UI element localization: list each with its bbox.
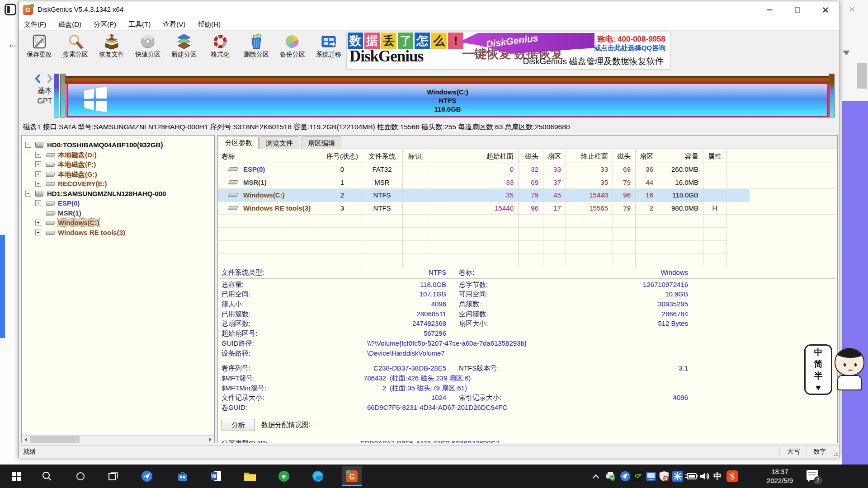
diskgenius-taskbar-button[interactable]: G (342, 466, 362, 486)
collapse-icon[interactable]: − (25, 142, 31, 148)
ime-language-indicator[interactable]: 中 (712, 470, 723, 482)
minimize-button[interactable] (755, 1, 783, 19)
printer-ok-icon[interactable] (605, 470, 617, 482)
tree-item-esp[interactable]: + ESP(0) (22, 198, 214, 208)
tree-item-msr[interactable]: MSR(1) (22, 208, 214, 218)
partition-block-re-tools[interactable] (829, 74, 835, 117)
search-partition-button[interactable]: 搜索分区 (57, 33, 94, 68)
recover-files-button[interactable]: 恢复文件 (94, 33, 130, 68)
tab-partition-params[interactable]: 分区参数 (219, 136, 259, 149)
save-changes-button[interactable]: 保存更改 (21, 33, 57, 68)
green-e-app-button[interactable]: e (274, 466, 294, 486)
defender-alert-icon[interactable] (658, 470, 670, 482)
details-separator (220, 359, 835, 359)
menu-disk[interactable]: 磁盘(D) (58, 20, 81, 29)
expand-icon[interactable]: + (35, 171, 41, 177)
tree-item-recovery-e[interactable]: + RECOVERY(E:) (22, 179, 214, 189)
new-partition-button[interactable]: 新建分区 (166, 33, 202, 68)
ime-halfwidth-label[interactable]: 半 (814, 370, 823, 381)
maximize-button[interactable] (783, 1, 811, 19)
cortana-icon (75, 471, 85, 481)
expand-icon[interactable]: + (35, 152, 41, 158)
edge-button[interactable] (308, 466, 328, 486)
scroll-right-icon[interactable] (207, 436, 214, 443)
tree-horizontal-scrollbar[interactable] (22, 435, 214, 443)
menu-help[interactable]: 帮助(H) (198, 20, 221, 29)
next-disk-arrow-icon[interactable] (47, 74, 53, 85)
partition-block-esp[interactable] (54, 74, 59, 117)
table-row-esp[interactable]: ESP(0) 0 FAT32 0 32 33 33 69 36 260.0MB (218, 163, 837, 176)
expand-icon[interactable]: + (35, 161, 41, 167)
expand-icon[interactable]: + (35, 230, 41, 235)
ime-lang-label[interactable]: 中 (814, 347, 823, 358)
menu-partition[interactable]: 分区(P) (94, 20, 116, 29)
tray-expand-icon[interactable] (590, 470, 601, 482)
partition-icon (46, 163, 56, 167)
partition-block-windows-c[interactable]: Windows(C:) NTFS 118.0GB (66, 83, 829, 117)
toolbar: 保存更改 搜索分区 恢复文件 快速分区 新建分区 格式化 删除分区 备份分区 (19, 31, 840, 70)
prev-disk-arrow-icon[interactable] (35, 74, 41, 85)
quick-partition-button[interactable]: 快速分区 (130, 33, 166, 68)
tab-sector-edit[interactable]: 扇区编辑 (302, 136, 341, 149)
taskbar-clock[interactable]: 18:37 2022/5/9 (760, 467, 800, 485)
resize-grip[interactable] (833, 451, 839, 457)
new-partition-icon (176, 33, 192, 50)
notification-center-button[interactable]: 2 (807, 470, 819, 482)
scrollbar-thumb[interactable] (30, 436, 80, 443)
menu-tools[interactable]: 工具(T) (128, 20, 151, 29)
delete-partition-button[interactable]: 删除分区 (238, 33, 274, 68)
ime-simplified-label[interactable]: 简 (814, 358, 823, 370)
bird-app-icon[interactable] (619, 470, 631, 482)
file-explorer-button[interactable] (240, 466, 260, 486)
menu-file[interactable]: 文件(F) (24, 20, 46, 29)
tree-item-windows-re[interactable]: + Windows RE tools(3) (22, 228, 214, 238)
system-migrate-button[interactable]: 系统迁移 (311, 33, 347, 68)
close-button[interactable] (811, 1, 840, 19)
scroll-left-icon[interactable] (22, 436, 29, 443)
expand-icon[interactable]: + (35, 200, 41, 206)
battery-icon[interactable] (685, 470, 698, 482)
format-button[interactable]: 格式化 (202, 33, 238, 68)
collapse-icon[interactable]: − (25, 191, 31, 197)
tree-item-local-g[interactable]: + 本地磁盘(G:) (22, 169, 214, 179)
messenger-app-button[interactable] (137, 466, 157, 486)
tree-item-hd0[interactable]: − HD0:TOSHIBAMQ04ABF100(932GB) (22, 140, 214, 150)
table-row-windows-c[interactable]: Windows(C:) 2 NTFS 35 79 45 15440 96 16 … (218, 189, 750, 202)
ad-banner[interactable]: 数 据 丢 了 怎 么 ! 一键恢复 数据恢复 DiskGenius DiskG… (346, 32, 670, 70)
tree-item-local-d[interactable]: + 本地磁盘(D:) (22, 150, 214, 160)
cortana-button[interactable] (71, 466, 90, 486)
start-button[interactable] (7, 466, 27, 486)
partition-block-msr[interactable] (60, 74, 66, 117)
green-e-app-icon: e (278, 470, 290, 482)
title-bar[interactable]: G DiskGenius V5.4.3.1342 x64 (19, 1, 840, 19)
task-view-button[interactable] (104, 466, 123, 486)
tree-item-hd1[interactable]: − HD1:SAMSUNGMZNLN128HAHQ-000 (22, 189, 214, 199)
sogou-icon[interactable]: S (726, 470, 739, 482)
volume-icon[interactable] (699, 470, 711, 482)
svg-text:W: W (211, 473, 217, 479)
expand-icon[interactable]: + (35, 220, 41, 225)
background-purple-strip (842, 101, 868, 465)
analyze-button[interactable]: 分析 (222, 419, 255, 431)
word-button[interactable]: W (206, 466, 226, 486)
status-ready: 就绪 (23, 448, 36, 456)
table-row-windows-re[interactable]: Windows RE tools(3) 3 NTFS 15440 96 17 1… (218, 202, 837, 215)
table-row-msr[interactable]: MSR(1) 1 MSR 33 69 37 35 79 44 16.0MB (218, 176, 837, 189)
store-button[interactable] (173, 466, 193, 486)
expand-icon[interactable]: + (35, 181, 41, 187)
banner-qq-link[interactable]: 或点击此处选择QQ咨询 (594, 44, 665, 52)
menu-view[interactable]: 查看(V) (163, 20, 185, 29)
tree-item-windows-c[interactable]: + Windows(C:) (22, 218, 214, 228)
backup-partition-icon (284, 33, 301, 50)
backup-partition-button[interactable]: 备份分区 (274, 33, 311, 68)
partition-icon (46, 153, 56, 157)
taskbar-search-button[interactable] (37, 466, 57, 486)
nvidia-icon[interactable] (632, 470, 644, 482)
ime-status-widget[interactable]: 中 简 半 ♥ (804, 344, 832, 395)
ime-heart-icon[interactable]: ♥ (816, 382, 821, 393)
tree-item-local-f[interactable]: + 本地磁盘(F:) (22, 160, 214, 169)
clock-time: 18:37 (760, 467, 800, 476)
intel-graphics-icon[interactable]: intel (645, 470, 657, 482)
tab-browse-files[interactable]: 浏览文件 (259, 136, 299, 149)
snowflake-icon[interactable] (672, 470, 684, 482)
